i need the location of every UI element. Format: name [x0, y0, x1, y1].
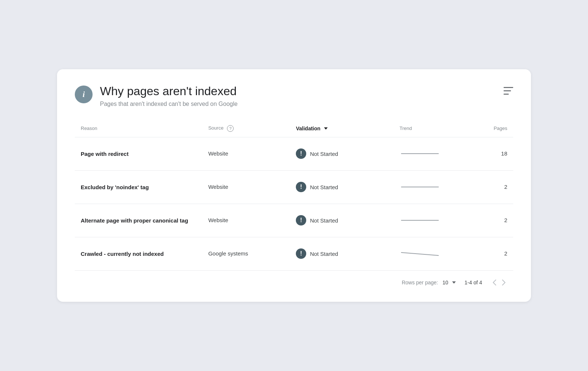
info-icon-label: i [83, 90, 85, 99]
reason-text: Crawled - currently not indexed [81, 251, 164, 257]
source-text: Website [208, 217, 228, 223]
cell-source: Website [202, 170, 290, 204]
cell-source: Website [202, 204, 290, 237]
header-text: Why pages aren't indexed Pages that aren… [100, 84, 238, 107]
not-started-icon: ! [296, 248, 306, 259]
exclamation-mark: ! [300, 217, 302, 223]
pages-count: 18 [501, 150, 507, 157]
not-started-icon: ! [296, 215, 306, 225]
rows-per-page: Rows per page: 10 [402, 280, 456, 285]
cell-pages: 2 [473, 170, 513, 204]
card-header: i Why pages aren't indexed Pages that ar… [75, 84, 513, 107]
trend-line-svg [400, 248, 440, 259]
info-icon: i [75, 86, 93, 103]
svg-rect-0 [504, 87, 513, 88]
cell-trend [394, 137, 473, 170]
table-row[interactable]: Excluded by 'noindex' tagWebsite!Not Sta… [75, 170, 513, 204]
cell-reason: Crawled - currently not indexed [75, 237, 202, 270]
not-started-label: Not Started [310, 251, 338, 257]
cell-validation: !Not Started [290, 137, 394, 170]
svg-rect-1 [504, 90, 511, 91]
table-row[interactable]: Crawled - currently not indexedGoogle sy… [75, 237, 513, 270]
cell-reason: Alternate page with proper canonical tag [75, 204, 202, 237]
validation-cell: !Not Started [296, 248, 388, 259]
trend-line-svg [400, 181, 440, 193]
not-started-label: Not Started [310, 217, 338, 224]
pagination-info: 1-4 of 4 [465, 280, 482, 285]
col-header-reason: Reason [75, 121, 202, 137]
trend-chart [400, 148, 467, 159]
reason-text: Excluded by 'noindex' tag [81, 184, 149, 190]
page-subtitle: Pages that aren't indexed can't be serve… [100, 101, 238, 107]
page-title: Why pages aren't indexed [100, 84, 238, 98]
exclamation-mark: ! [300, 151, 302, 157]
cell-source: Website [202, 137, 290, 170]
cell-reason: Page with redirect [75, 137, 202, 170]
cell-trend [394, 204, 473, 237]
pages-count: 2 [504, 217, 507, 223]
cell-pages: 2 [473, 204, 513, 237]
rows-per-page-label: Rows per page: [402, 280, 438, 285]
rows-select[interactable]: 10 [442, 280, 456, 285]
cell-pages: 18 [473, 137, 513, 170]
pages-count: 2 [504, 184, 507, 190]
table-header-row: Reason Source ? Validation Trend Pages [75, 121, 513, 137]
next-page-button[interactable] [501, 278, 507, 287]
not-started-icon: ! [296, 182, 306, 192]
exclamation-mark: ! [300, 184, 302, 190]
source-text: Website [208, 150, 228, 157]
cell-validation: !Not Started [290, 170, 394, 204]
source-text: Google systems [208, 250, 248, 257]
validation-cell: !Not Started [296, 182, 388, 192]
trend-line-svg [400, 148, 440, 159]
validation-cell: !Not Started [296, 148, 388, 159]
source-text: Website [208, 184, 228, 190]
cell-source: Google systems [202, 237, 290, 270]
col-header-pages: Pages [473, 121, 513, 137]
cell-pages: 2 [473, 237, 513, 270]
col-header-trend: Trend [394, 121, 473, 137]
table-row[interactable]: Page with redirectWebsite!Not Started18 [75, 137, 513, 170]
source-help-icon[interactable]: ? [227, 125, 234, 132]
trend-chart [400, 181, 467, 193]
not-started-label: Not Started [310, 184, 338, 190]
trend-chart [400, 248, 467, 259]
cell-validation: !Not Started [290, 237, 394, 270]
rows-dropdown-arrow [452, 281, 456, 284]
not-started-icon: ! [296, 148, 306, 159]
svg-line-6 [401, 253, 438, 255]
header-left: i Why pages aren't indexed Pages that ar… [75, 84, 238, 107]
reason-text: Page with redirect [81, 151, 128, 157]
prev-page-button[interactable] [491, 278, 498, 287]
col-header-source: Source ? [202, 121, 290, 137]
table-footer: Rows per page: 10 1-4 of 4 [75, 271, 513, 290]
cell-reason: Excluded by 'noindex' tag [75, 170, 202, 204]
rows-per-page-value: 10 [442, 280, 448, 285]
filter-icon[interactable] [504, 87, 513, 97]
not-started-label: Not Started [310, 151, 338, 157]
reason-text: Alternate page with proper canonical tag [81, 217, 188, 224]
cell-validation: !Not Started [290, 204, 394, 237]
cell-trend [394, 237, 473, 270]
trend-chart [400, 215, 467, 226]
main-card: i Why pages aren't indexed Pages that ar… [57, 69, 531, 301]
pages-count: 2 [504, 250, 507, 257]
cell-trend [394, 170, 473, 204]
table-row[interactable]: Alternate page with proper canonical tag… [75, 204, 513, 237]
data-table: Reason Source ? Validation Trend Pages [75, 121, 513, 271]
col-header-validation[interactable]: Validation [290, 121, 394, 137]
exclamation-mark: ! [300, 251, 302, 257]
svg-rect-2 [504, 94, 509, 95]
sort-icon [324, 127, 328, 130]
validation-cell: !Not Started [296, 215, 388, 225]
pagination-nav [491, 278, 507, 287]
trend-line-svg [400, 215, 440, 226]
